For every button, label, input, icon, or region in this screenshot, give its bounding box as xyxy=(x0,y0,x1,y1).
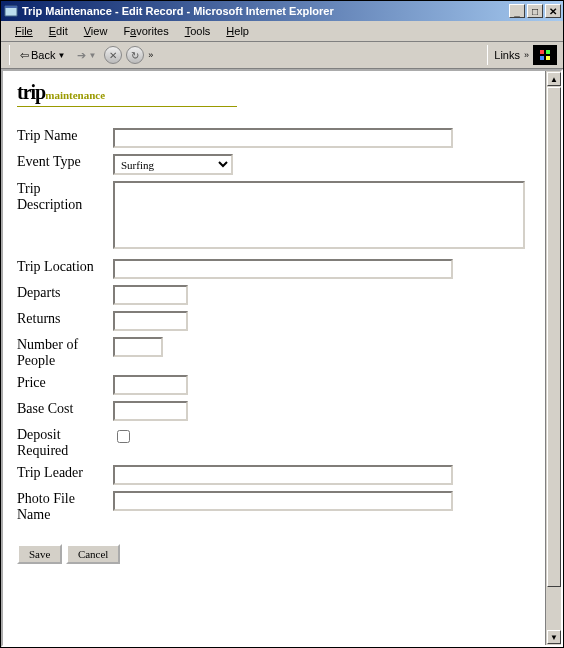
menu-tools[interactable]: Tools xyxy=(177,23,219,39)
label-departs: Departs xyxy=(17,282,113,308)
label-trip-description: Trip Description xyxy=(17,178,113,256)
save-button[interactable]: Save xyxy=(17,544,62,564)
menu-edit[interactable]: Edit xyxy=(41,23,76,39)
chevron-down-icon: ▼ xyxy=(88,51,96,60)
trip-leader-input[interactable] xyxy=(113,465,453,485)
price-input[interactable] xyxy=(113,375,188,395)
label-price: Price xyxy=(17,372,113,398)
close-button[interactable]: ✕ xyxy=(545,4,561,18)
label-event-type: Event Type xyxy=(17,151,113,178)
refresh-icon: ↻ xyxy=(131,50,139,61)
window-title: Trip Maintenance - Edit Record - Microso… xyxy=(22,5,507,17)
app-icon xyxy=(3,3,19,19)
ie-throbber-icon xyxy=(533,45,557,65)
back-arrow-icon: ⇦ xyxy=(20,49,29,62)
label-number-of-people: Number of People xyxy=(17,334,113,372)
returns-input[interactable] xyxy=(113,311,188,331)
more-chevron-icon[interactable]: » xyxy=(148,50,153,60)
menubar: File Edit View Favorites Tools Help xyxy=(1,21,563,42)
minimize-button[interactable]: _ xyxy=(509,4,525,18)
event-type-select[interactable]: Surfing xyxy=(113,154,233,175)
chevron-down-icon: ▼ xyxy=(57,51,65,60)
logo-underline xyxy=(17,106,237,107)
forward-arrow-icon: ➔ xyxy=(77,49,86,62)
refresh-button[interactable]: ↻ xyxy=(126,46,144,64)
content-area: tripmaintenance Trip Name Event Type Sur… xyxy=(1,69,563,647)
form-table: Trip Name Event Type Surfing Trip Descri… xyxy=(17,125,531,526)
back-button[interactable]: ⇦ Back ▼ xyxy=(16,47,69,64)
label-trip-name: Trip Name xyxy=(17,125,113,151)
stop-button[interactable]: ✕ xyxy=(104,46,122,64)
toolbar-separator xyxy=(9,45,10,65)
toolbar: ⇦ Back ▼ ➔ ▼ ✕ ↻ » Links » xyxy=(1,42,563,69)
menu-favorites[interactable]: Favorites xyxy=(115,23,176,39)
label-trip-location: Trip Location xyxy=(17,256,113,282)
label-returns: Returns xyxy=(17,308,113,334)
trip-location-input[interactable] xyxy=(113,259,453,279)
menu-help[interactable]: Help xyxy=(218,23,257,39)
photo-file-name-input[interactable] xyxy=(113,491,453,511)
window-titlebar: Trip Maintenance - Edit Record - Microso… xyxy=(1,1,563,21)
vertical-scrollbar[interactable]: ▲ ▼ xyxy=(545,71,561,645)
forward-button[interactable]: ➔ ▼ xyxy=(73,47,100,64)
label-photo-file-name: Photo File Name xyxy=(17,488,113,526)
svg-rect-0 xyxy=(537,47,553,63)
links-label[interactable]: Links xyxy=(494,49,520,61)
trip-description-input[interactable] xyxy=(113,181,525,249)
back-label: Back xyxy=(31,49,55,61)
label-deposit-required: Deposit Required xyxy=(17,424,113,462)
page: tripmaintenance Trip Name Event Type Sur… xyxy=(3,71,545,645)
menu-view[interactable]: View xyxy=(76,23,116,39)
more-chevron-icon[interactable]: » xyxy=(524,50,529,60)
scroll-up-arrow-icon[interactable]: ▲ xyxy=(547,72,561,86)
menu-file[interactable]: File xyxy=(7,23,41,39)
buttons-row: Save Cancel xyxy=(17,544,531,564)
departs-input[interactable] xyxy=(113,285,188,305)
cancel-button[interactable]: Cancel xyxy=(66,544,121,564)
scroll-thumb[interactable] xyxy=(547,87,561,587)
page-logo: tripmaintenance xyxy=(17,81,531,104)
base-cost-input[interactable] xyxy=(113,401,188,421)
stop-icon: ✕ xyxy=(109,50,117,61)
scroll-down-arrow-icon[interactable]: ▼ xyxy=(547,630,561,644)
number-of-people-input[interactable] xyxy=(113,337,163,357)
maximize-button[interactable]: □ xyxy=(527,4,543,18)
deposit-required-checkbox[interactable] xyxy=(117,430,130,443)
logo-maintenance: maintenance xyxy=(45,89,105,101)
label-trip-leader: Trip Leader xyxy=(17,462,113,488)
label-base-cost: Base Cost xyxy=(17,398,113,424)
toolbar-separator xyxy=(487,45,488,65)
trip-name-input[interactable] xyxy=(113,128,453,148)
logo-trip: trip xyxy=(17,81,45,103)
